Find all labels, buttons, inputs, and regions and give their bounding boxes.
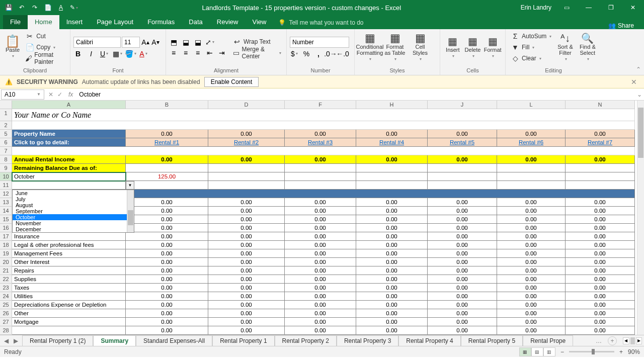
rental-link-2[interactable]: Rental #2 <box>234 139 259 145</box>
align-left-icon[interactable]: ≡ <box>169 48 178 57</box>
select-all-corner[interactable] <box>0 101 12 109</box>
bold-button[interactable]: B <box>73 49 83 58</box>
dropdown-scrollbar[interactable] <box>127 190 134 232</box>
merge-center-button[interactable]: ▭Merge & Center <box>230 47 283 58</box>
sheet-tab-rental-prope[interactable]: Rental Prope <box>523 335 573 346</box>
format-painter-button[interactable]: 🖌Format Painter <box>23 53 67 64</box>
annual-income-label[interactable]: Annual Rental Income <box>12 155 126 164</box>
shrink-font-icon[interactable]: A▾ <box>151 38 160 47</box>
sheet-nav-next-icon[interactable]: ▶ <box>14 337 18 344</box>
autosum-button[interactable]: ΣAutoSum <box>509 31 553 42</box>
expense-label-row-26[interactable]: Other <box>12 309 126 318</box>
align-bottom-icon[interactable]: ⬓ <box>193 38 202 47</box>
month-select-cell[interactable]: October <box>12 172 126 181</box>
cancel-formula-icon[interactable]: ✕ <box>48 91 53 98</box>
sheet-more-icon[interactable]: … <box>594 337 604 344</box>
fill-button[interactable]: ▼Fill <box>509 42 553 53</box>
redo-icon[interactable]: ↷ <box>30 3 39 12</box>
fx-icon[interactable]: fx <box>68 91 73 98</box>
cell-styles-button[interactable]: ▦Cell Styles <box>408 30 432 64</box>
row-header-21[interactable]: 21 <box>0 266 12 275</box>
normal-view-button[interactable]: ▦ <box>519 347 531 356</box>
row-header-18[interactable]: 18 <box>0 241 12 249</box>
row-header-24[interactable]: 24 <box>0 292 12 301</box>
tab-review[interactable]: Review <box>210 15 246 29</box>
close-icon[interactable]: ✕ <box>622 0 644 15</box>
expense-label-row-23[interactable]: Taxes <box>12 284 126 292</box>
conditional-formatting-button[interactable]: ▦Conditional Formatting <box>358 30 382 64</box>
zoom-in-icon[interactable]: + <box>619 348 623 355</box>
percent-icon[interactable]: % <box>302 49 311 58</box>
hscroll-left-icon[interactable]: ◀ <box>623 337 629 344</box>
tab-home[interactable]: Home <box>28 15 59 29</box>
share-button[interactable]: 👥 Share <box>601 22 641 29</box>
inc-decimal-icon[interactable]: .0→ <box>326 49 335 58</box>
borders-button[interactable]: ▦ <box>113 49 122 58</box>
row-header-1[interactable]: 1 <box>0 109 12 121</box>
column-header-A[interactable]: A <box>12 101 126 109</box>
orientation-icon[interactable]: ⤢ <box>205 38 214 47</box>
align-top-icon[interactable]: ⬒ <box>169 38 178 47</box>
tab-file[interactable]: File <box>3 15 28 29</box>
month-dropdown-list[interactable]: JuneJulyAugustSeptemberOctoberNovemberDe… <box>12 190 134 233</box>
delete-cells-button[interactable]: ▦Delete <box>463 30 482 64</box>
month-option-june[interactable]: June <box>13 190 134 196</box>
column-header-H[interactable]: H <box>356 101 428 109</box>
click-detail-label[interactable]: Click to go to detail: <box>12 138 126 147</box>
expense-label-row-18[interactable]: Legal & other professional fees <box>12 241 126 249</box>
row-header-11[interactable]: 11 <box>0 181 12 190</box>
name-box[interactable]: A10▼ <box>1 89 44 100</box>
row-header-7[interactable]: 7 <box>0 147 12 155</box>
cells-area[interactable]: Your Name or Co NameProperty Name0.000.0… <box>12 109 635 335</box>
format-cells-button[interactable]: ▦Format <box>483 30 502 64</box>
month-option-july[interactable]: July <box>13 196 134 202</box>
find-select-button[interactable]: 🔍Find & Select <box>577 30 598 64</box>
user-name[interactable]: Erin Landry <box>521 4 551 11</box>
month-option-september[interactable]: September <box>13 208 134 214</box>
underline-button[interactable]: U <box>100 49 109 58</box>
expense-label-row-19[interactable]: Management Fees <box>12 249 126 258</box>
save-icon[interactable]: 💾 <box>4 3 13 12</box>
sheet-tab-rental-property-4[interactable]: Rental Property 4 <box>398 335 460 346</box>
row-header-19[interactable]: 19 <box>0 249 12 258</box>
grow-font-icon[interactable]: A▴ <box>141 38 150 47</box>
dec-decimal-icon[interactable]: ←.0 <box>338 49 347 58</box>
enable-content-button[interactable]: Enable Content <box>204 77 259 87</box>
column-header-J[interactable]: J <box>428 101 497 109</box>
expense-label-row-28[interactable] <box>12 326 126 335</box>
format-table-button[interactable]: ▦Format as Table <box>383 30 407 64</box>
zoom-slider[interactable] <box>569 351 614 352</box>
accounting-icon[interactable]: $ <box>290 49 299 58</box>
expand-formula-icon[interactable]: ⌄ <box>635 91 644 98</box>
minimize-icon[interactable]: — <box>578 0 600 15</box>
expense-label-row-27[interactable]: Mortgage <box>12 318 126 326</box>
row-header-2[interactable]: 2 <box>0 121 12 130</box>
zoom-level[interactable]: 90% <box>628 348 640 355</box>
month-option-december[interactable]: December <box>13 226 134 232</box>
page-layout-view-button[interactable]: ▤ <box>531 347 543 356</box>
expense-label-row-21[interactable]: Repairs <box>12 266 126 275</box>
expense-label-row-17[interactable]: Insurance <box>12 232 126 241</box>
tab-view[interactable]: View <box>245 15 273 29</box>
month-dropdown-button[interactable]: ▼ <box>126 181 134 190</box>
fill-color-button[interactable]: 🪣 <box>126 49 135 58</box>
comma-icon[interactable]: , <box>314 49 323 58</box>
rental-link-5[interactable]: Rental #5 <box>450 139 474 145</box>
cut-button[interactable]: ✂Cut <box>23 31 67 42</box>
column-header-D[interactable]: D <box>208 101 285 109</box>
sort-filter-button[interactable]: ᴬ↓Sort & Filter <box>554 30 576 64</box>
row-header-9[interactable]: 9 <box>0 164 12 172</box>
remaining-balance-label[interactable]: Remaining Balance Due as of: <box>12 164 126 172</box>
sheet-tab-rental-property-3[interactable]: Rental Property 3 <box>337 335 398 346</box>
company-title-cell[interactable]: Your Name or Co Name <box>12 109 635 121</box>
row-header-13[interactable]: 13 <box>0 198 12 207</box>
column-header-L[interactable]: L <box>497 101 566 109</box>
row-header-23[interactable]: 23 <box>0 284 12 292</box>
rental-link-1[interactable]: Rental #1 <box>154 139 179 145</box>
italic-button[interactable]: I <box>87 49 96 58</box>
rental-link-7[interactable]: Rental #7 <box>588 139 612 145</box>
row-header-6[interactable]: 6 <box>0 138 12 147</box>
month-option-october[interactable]: October <box>13 214 134 220</box>
ribbon-options-icon[interactable]: ▭ <box>555 0 578 15</box>
sheet-tab-rental-property-2[interactable]: Rental Property 2 <box>275 335 337 346</box>
